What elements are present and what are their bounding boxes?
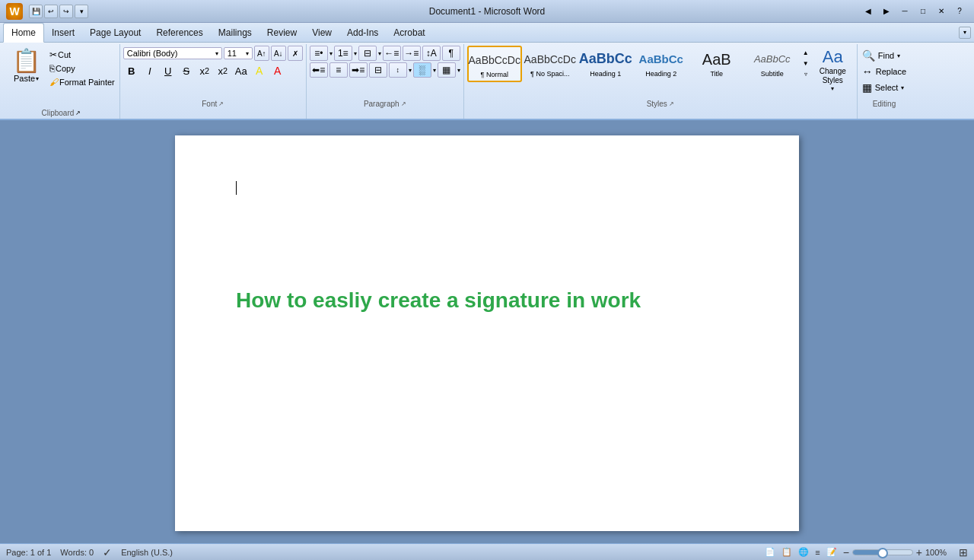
- paste-dropdown-arrow[interactable]: ▾: [36, 75, 39, 82]
- undo-button[interactable]: ↩: [44, 5, 58, 18]
- menu-review[interactable]: Review: [259, 23, 304, 42]
- paste-button[interactable]: 📋 Paste ▾: [6, 46, 46, 84]
- strikethrough-button[interactable]: S: [178, 63, 195, 78]
- style-title[interactable]: AaB Title: [689, 46, 744, 81]
- zoom-in-button[interactable]: +: [916, 546, 922, 558]
- customize-qat-button[interactable]: ▾: [75, 5, 88, 18]
- font-expand-icon[interactable]: ↗: [218, 100, 224, 107]
- zoom-level[interactable]: 100%: [925, 548, 953, 557]
- decrease-indent-button[interactable]: ←≡: [383, 46, 401, 61]
- zoom-handle[interactable]: [877, 548, 888, 558]
- replace-button[interactable]: ↔ Replace: [861, 65, 908, 78]
- copy-button[interactable]: ⎘ Copy: [48, 62, 116, 75]
- align-left-button[interactable]: ⬅≡: [310, 62, 328, 78]
- style-no-spacing[interactable]: AaBbCcDc ¶ No Spaci...: [523, 46, 578, 81]
- nav-left-button[interactable]: ◀: [860, 5, 877, 18]
- view-full-screen-icon[interactable]: 📋: [781, 547, 792, 557]
- multilevel-dropdown[interactable]: ▾: [378, 50, 381, 57]
- bullets-button[interactable]: ≡•: [310, 46, 328, 61]
- font-name-dropdown[interactable]: ▾: [215, 50, 218, 57]
- minimize-button[interactable]: ─: [896, 5, 913, 18]
- spell-check-icon[interactable]: ✓: [103, 546, 112, 558]
- superscript-button[interactable]: x2: [215, 63, 231, 78]
- shading-button[interactable]: ░: [413, 62, 431, 78]
- find-button[interactable]: 🔍 Find ▾: [861, 49, 902, 62]
- language-info: English (U.S.): [121, 548, 173, 557]
- font-size-dropdown[interactable]: ▾: [246, 50, 249, 57]
- style-normal[interactable]: AaBbCcDc ¶ Normal: [467, 46, 522, 82]
- clear-formatting-button[interactable]: ✗: [288, 46, 303, 61]
- close-button[interactable]: ✕: [933, 5, 950, 18]
- change-styles-button[interactable]: Aa ChangeStyles ▾: [812, 46, 854, 94]
- multilevel-button[interactable]: ⊟: [358, 46, 377, 61]
- font-size-selector[interactable]: 11 ▾: [224, 47, 253, 59]
- font-name-selector[interactable]: Calibri (Body) ▾: [123, 47, 222, 59]
- view-web-icon[interactable]: 🌐: [798, 547, 809, 557]
- menu-mailings[interactable]: Mailings: [211, 23, 259, 42]
- menu-references[interactable]: References: [148, 23, 210, 42]
- shading-dropdown[interactable]: ▾: [433, 67, 436, 74]
- align-center-button[interactable]: ≡: [329, 62, 348, 78]
- clipboard-expand-icon[interactable]: ↗: [75, 110, 81, 116]
- show-hide-button[interactable]: ¶: [442, 46, 460, 61]
- borders-dropdown[interactable]: ▾: [457, 67, 460, 74]
- menu-addins[interactable]: Add-Ins: [339, 23, 386, 42]
- cut-button[interactable]: ✂ Cut: [48, 49, 116, 61]
- line-spacing-button[interactable]: ↕: [389, 62, 407, 78]
- view-draft-icon[interactable]: 📝: [826, 547, 837, 557]
- style-heading1-preview: AaBbCc: [579, 49, 632, 70]
- font-size-increase-button[interactable]: A↑: [254, 46, 269, 61]
- menu-acrobat[interactable]: Acrobat: [386, 23, 432, 42]
- menu-page-layout[interactable]: Page Layout: [82, 23, 148, 42]
- italic-button[interactable]: I: [142, 63, 158, 78]
- change-case-button[interactable]: Aa: [233, 63, 250, 78]
- justify-button[interactable]: ⊟: [369, 62, 387, 78]
- select-dropdown[interactable]: ▾: [901, 84, 904, 91]
- bold-button[interactable]: B: [123, 63, 140, 78]
- styles-scroll-up[interactable]: ▲: [801, 47, 811, 58]
- format-painter-button[interactable]: 🖌 Format Painter: [48, 76, 116, 88]
- zoom-out-button[interactable]: −: [843, 546, 849, 558]
- menu-home[interactable]: Home: [3, 23, 44, 43]
- underline-button[interactable]: U: [160, 63, 177, 78]
- line-spacing-dropdown[interactable]: ▾: [409, 67, 412, 74]
- style-subtitle[interactable]: AaBbCc Subtitle: [745, 46, 800, 81]
- view-outline-icon[interactable]: ≡: [815, 548, 820, 557]
- styles-scroll-down[interactable]: ▼: [801, 58, 811, 68]
- word-help-button[interactable]: ?: [951, 5, 968, 18]
- menu-view[interactable]: View: [304, 23, 339, 42]
- cut-label: Cut: [58, 50, 71, 59]
- sort-button[interactable]: ↕A: [422, 46, 441, 61]
- paragraph-expand-icon[interactable]: ↗: [401, 100, 406, 107]
- style-heading2[interactable]: AaBbCc Heading 2: [634, 46, 689, 81]
- styles-more[interactable]: ▿: [801, 68, 811, 79]
- align-right-button[interactable]: ➡≡: [349, 62, 368, 78]
- fit-page-button[interactable]: ⊞: [959, 546, 968, 558]
- text-highlight-button[interactable]: A: [251, 63, 268, 78]
- redo-button[interactable]: ↪: [59, 5, 73, 18]
- style-heading1[interactable]: AaBbCc Heading 1: [578, 46, 633, 81]
- menu-insert[interactable]: Insert: [44, 23, 82, 42]
- nav-right-button[interactable]: ▶: [878, 5, 895, 18]
- styles-expand-icon[interactable]: ↗: [669, 100, 674, 107]
- borders-button[interactable]: ▦: [438, 62, 456, 78]
- font-color-button[interactable]: A: [269, 63, 286, 78]
- numbering-dropdown[interactable]: ▾: [354, 50, 357, 57]
- find-dropdown[interactable]: ▾: [897, 52, 900, 59]
- change-styles-dropdown[interactable]: ▾: [831, 85, 834, 92]
- word-count: Words: 0: [60, 548, 94, 557]
- increase-indent-button[interactable]: →≡: [403, 46, 421, 61]
- numbering-button[interactable]: 1≡: [334, 46, 352, 61]
- view-normal-icon[interactable]: 📄: [765, 547, 775, 557]
- select-button[interactable]: ▦ Select ▾: [861, 81, 906, 94]
- save-button[interactable]: 💾: [29, 5, 43, 18]
- editing-group: 🔍 Find ▾ ↔ Replace ▦ Select ▾ Editing: [858, 44, 911, 119]
- document-page[interactable]: How to easliy create a signature in work: [175, 135, 799, 531]
- ribbon-toggle-button[interactable]: ▾: [959, 27, 971, 39]
- font-size-decrease-button[interactable]: A↓: [271, 46, 286, 61]
- maximize-button[interactable]: □: [915, 5, 931, 18]
- bullets-dropdown[interactable]: ▾: [329, 50, 333, 57]
- paragraph-group: ≡• ▾ 1≡ ▾ ⊟ ▾ ←≡ →≡ ↕A ¶ ⬅≡ ≡ ➡≡ ⊟ ↕ ▾ ░…: [307, 44, 464, 119]
- subscript-button[interactable]: x2: [196, 63, 213, 78]
- zoom-slider[interactable]: [852, 549, 913, 555]
